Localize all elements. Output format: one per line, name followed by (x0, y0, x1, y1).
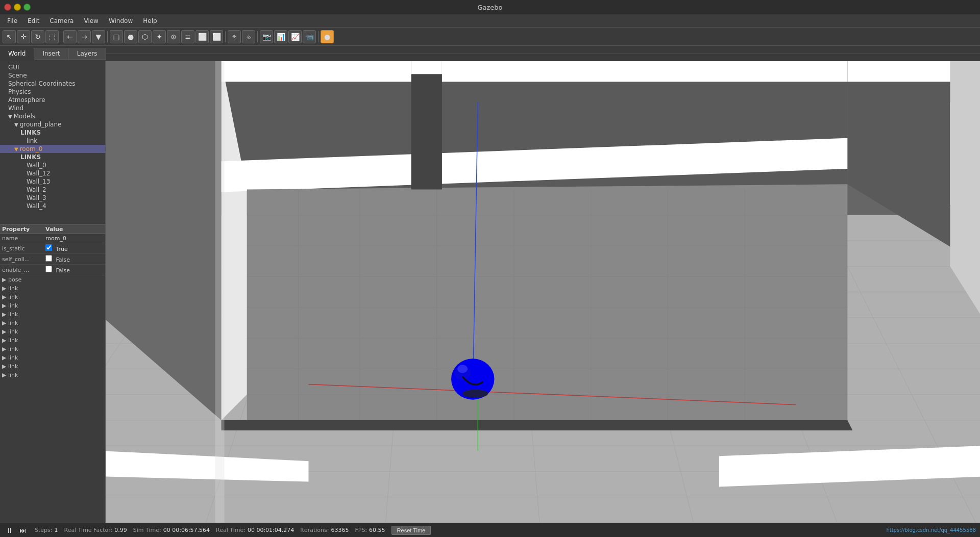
prop-link10-expand[interactable]: ▶ link (0, 362, 105, 371)
prop-link6-expand[interactable]: ▶ link (0, 327, 105, 336)
log-tool[interactable]: 📊 (274, 30, 287, 43)
simtime-value: 00 00:06:57.564 (163, 527, 210, 533)
prop-isstatic-row: is_static True (0, 243, 105, 254)
status-url: https://blog.csdn.net/qq_44455588 (886, 527, 976, 533)
maximize-button[interactable] (23, 4, 31, 11)
menu-file[interactable]: File (2, 16, 22, 25)
prop-link8-expand[interactable]: ▶ link (0, 345, 105, 353)
rtf-value: 0.99 (114, 527, 127, 533)
rtf-label: Real Time Factor: (64, 527, 112, 533)
copy-tool[interactable]: ⬜ (195, 30, 209, 43)
prop-link2-expand[interactable]: ▶ link (0, 293, 105, 301)
tree-ground-plane[interactable]: ▼ground_plane (0, 120, 105, 129)
orange-indicator[interactable]: ● (321, 30, 334, 43)
tree-models[interactable]: ▼Models (0, 112, 105, 120)
toolbar: ↖ ✛ ↻ ⬚ ← → ▼ □ ● ⬡ ✦ ⊕ ≡ ⬜ ⬜ ⌖ ⟐ 📷 📊 📈 … (0, 28, 980, 46)
dirlight-tool[interactable]: ≡ (181, 30, 194, 43)
enable-checkbox[interactable] (45, 266, 52, 272)
tree-physics[interactable]: Physics (0, 88, 105, 96)
tree-wall2[interactable]: Wall_2 (0, 186, 105, 194)
tree-wind[interactable]: Wind (0, 104, 105, 112)
align-tool[interactable]: ⌖ (228, 30, 241, 43)
tree-links-gp[interactable]: LINKS (0, 129, 105, 137)
tree-scene[interactable]: Scene (0, 71, 105, 80)
tree-link-gp[interactable]: link (0, 137, 105, 145)
box-tool[interactable]: □ (110, 30, 123, 43)
iterations-item: Iterations: 63365 (300, 527, 349, 533)
svg-marker-49 (411, 61, 442, 189)
tree-wall13[interactable]: Wall_13 (0, 177, 105, 186)
fps-item: FPS: 60.55 (355, 527, 385, 533)
tree-wall4[interactable]: Wall_4 (0, 202, 105, 210)
plot-tool[interactable]: 📈 (288, 30, 302, 43)
step-button[interactable]: ⏭ (17, 525, 29, 535)
select-tool[interactable]: ↖ (3, 30, 16, 43)
spotlight-tool[interactable]: ⊕ (167, 30, 180, 43)
translate-tool[interactable]: ✛ (17, 30, 30, 43)
tab-world[interactable]: World (0, 48, 34, 59)
sep2 (107, 31, 108, 42)
menu-edit[interactable]: Edit (22, 16, 44, 25)
viewport[interactable] (106, 61, 980, 523)
props-area: Property Value name room_0 is_static Tru… (0, 224, 105, 523)
scale-tool[interactable]: ⬚ (45, 30, 59, 43)
prop-link7-expand[interactable]: ▶ link (0, 336, 105, 345)
iterations-label: Iterations: (300, 527, 329, 533)
sphere-tool[interactable]: ● (124, 30, 137, 43)
tree-spherical[interactable]: Spherical Coordinates (0, 80, 105, 88)
menu-window[interactable]: Window (104, 16, 138, 25)
prop-name-row: name room_0 (0, 234, 105, 243)
menu-camera[interactable]: Camera (44, 16, 79, 25)
tree-wall12[interactable]: Wall_12 (0, 169, 105, 177)
minimize-button[interactable] (14, 4, 21, 11)
tabs-bar: World Insert Layers (0, 46, 980, 61)
tree-links-room0[interactable]: LINKS (0, 153, 105, 161)
paste-tool[interactable]: ⬜ (210, 30, 223, 43)
isstatic-checkbox[interactable] (45, 244, 52, 251)
svg-marker-24 (222, 61, 848, 82)
titlebar: Gazebo (0, 0, 980, 14)
tree-wall0[interactable]: Wall_0 (0, 161, 105, 169)
svg-marker-45 (242, 420, 853, 430)
video-tool[interactable]: 📹 (303, 30, 316, 43)
window-controls (4, 4, 31, 11)
tree-wall3[interactable]: Wall_3 (0, 194, 105, 202)
prop-enable-value[interactable]: False (45, 266, 103, 274)
play-controls: ⏸ ⏭ (4, 525, 29, 535)
prop-isstatic-value[interactable]: True (45, 244, 103, 252)
steps-item: Steps: 1 (35, 527, 58, 533)
prop-selfcoll-value[interactable]: False (45, 255, 103, 263)
svg-marker-50 (411, 61, 442, 74)
prop-link3-expand[interactable]: ▶ link (0, 301, 105, 310)
undo-btn[interactable]: ← (63, 30, 77, 43)
tree-area: GUI Scene Spherical Coordinates Physics … (0, 61, 105, 224)
tree-atmosphere[interactable]: Atmosphere (0, 96, 105, 104)
window-title: Gazebo (477, 4, 502, 11)
close-button[interactable] (4, 4, 11, 11)
tree-gui[interactable]: GUI (0, 63, 105, 71)
more-btn[interactable]: ▼ (92, 30, 105, 43)
tab-layers[interactable]: Layers (69, 48, 106, 60)
selfcoll-checkbox[interactable] (45, 255, 52, 262)
props-col-property: Property (2, 226, 45, 233)
prop-link11-expand[interactable]: ▶ link (0, 371, 105, 379)
left-panel: GUI Scene Spherical Coordinates Physics … (0, 61, 106, 523)
prop-link5-expand[interactable]: ▶ link (0, 319, 105, 327)
screenshot-tool[interactable]: 📷 (260, 30, 273, 43)
redo-btn[interactable]: → (78, 30, 91, 43)
pause-button[interactable]: ⏸ (4, 525, 15, 535)
snap-tool[interactable]: ⟐ (242, 30, 255, 43)
prop-link1-expand[interactable]: ▶ link (0, 284, 105, 293)
cylinder-tool[interactable]: ⬡ (138, 30, 152, 43)
prop-link4-expand[interactable]: ▶ link (0, 310, 105, 319)
menu-view[interactable]: View (79, 16, 103, 25)
menu-help[interactable]: Help (138, 16, 162, 25)
prop-selfcoll-row: self_coll... False (0, 254, 105, 265)
reset-time-button[interactable]: Reset Time (391, 526, 431, 535)
tab-insert[interactable]: Insert (34, 48, 68, 60)
prop-pose-expand[interactable]: ▶ pose (0, 275, 105, 284)
prop-link9-expand[interactable]: ▶ link (0, 353, 105, 362)
tree-room0[interactable]: ▼room_0 (0, 145, 105, 153)
rotate-tool[interactable]: ↻ (31, 30, 44, 43)
pointlight-tool[interactable]: ✦ (153, 30, 166, 43)
